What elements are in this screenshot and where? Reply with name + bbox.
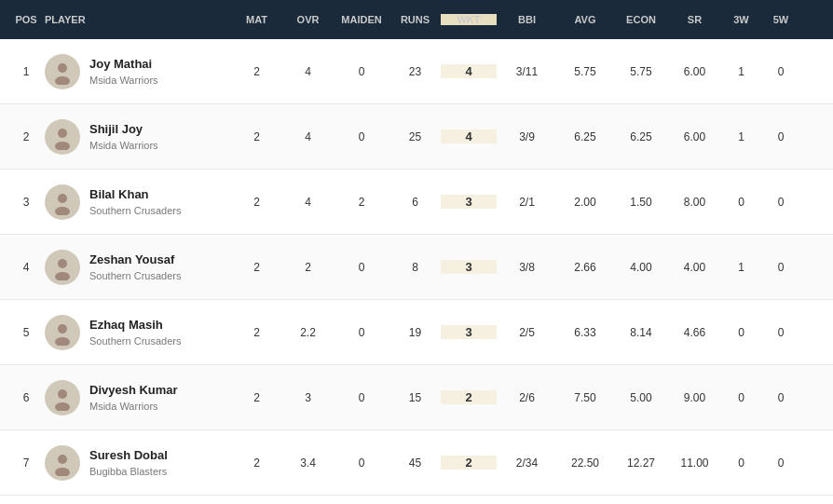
svg-point-13	[55, 468, 70, 476]
cell-player: Ezhaq Masih Southern Crusaders	[45, 315, 231, 350]
cell-wkt: 2	[441, 390, 497, 404]
cell-wkt: 4	[441, 129, 497, 143]
cell-pos: 1	[7, 65, 45, 78]
cell-bbi: 3/11	[497, 65, 557, 78]
player-name: Shijil Joy	[89, 122, 158, 138]
player-team: Msida Warriors	[89, 401, 178, 412]
cell-maiden: 0	[334, 65, 389, 78]
cell-mat: 2	[231, 65, 282, 78]
cell-sr: 8.00	[669, 196, 720, 209]
cell-5w: 0	[762, 261, 799, 274]
cell-avg: 6.33	[557, 326, 613, 339]
cell-sr: 4.66	[669, 326, 720, 339]
cell-pos: 5	[7, 326, 45, 339]
cell-runs: 6	[389, 196, 441, 209]
table-body: 1 Joy Mathai Msida Warriors 2 4 0 23 4 3…	[0, 39, 833, 496]
cell-avg: 22.50	[557, 456, 613, 470]
avatar	[45, 315, 80, 350]
avatar	[45, 250, 80, 285]
player-name: Divyesh Kumar	[89, 383, 178, 399]
cell-maiden: 0	[334, 391, 389, 404]
cell-ovr: 3	[282, 391, 334, 404]
cell-ovr: 2	[282, 261, 334, 274]
cell-maiden: 0	[334, 130, 389, 143]
cell-sr: 9.00	[669, 391, 720, 404]
header-bbi: BBI	[497, 14, 557, 25]
cell-3w: 0	[720, 391, 762, 404]
cell-bbi: 2/34	[497, 456, 557, 470]
avatar	[45, 119, 80, 155]
avatar	[45, 184, 80, 220]
cell-sr: 11.00	[669, 456, 720, 470]
cell-econ: 1.50	[613, 196, 669, 209]
cell-maiden: 2	[334, 196, 389, 209]
cell-3w: 1	[720, 65, 762, 78]
cell-player: Joy Mathai Msida Warriors	[45, 54, 231, 89]
cell-5w: 0	[762, 391, 799, 404]
cell-3w: 1	[720, 130, 762, 143]
table-row: 6 Divyesh Kumar Msida Warriors 2 3 0 15 …	[0, 365, 833, 430]
header-sr: SR	[669, 14, 720, 25]
svg-point-8	[58, 324, 67, 334]
cell-pos: 3	[7, 196, 45, 209]
svg-point-11	[55, 402, 70, 411]
player-team: Msida Warriors	[89, 75, 158, 86]
cell-runs: 23	[389, 65, 441, 78]
cell-5w: 0	[762, 196, 799, 209]
player-name: Zeshan Yousaf	[89, 252, 181, 268]
cell-runs: 45	[389, 456, 441, 470]
header-3w: 3W	[720, 14, 762, 25]
svg-point-6	[58, 259, 67, 268]
cell-5w: 0	[762, 65, 799, 78]
cell-econ: 12.27	[613, 456, 669, 470]
header-ovr: Ovr	[282, 14, 334, 25]
player-name: Suresh Dobal	[89, 448, 168, 464]
table-row: 3 Bilal Khan Southern Crusaders 2 4 2 6 …	[0, 170, 833, 235]
cell-player: Zeshan Yousaf Southern Crusaders	[45, 250, 231, 285]
table-row: 4 Zeshan Yousaf Southern Crusaders 2 2 0…	[0, 235, 833, 300]
cell-mat: 2	[231, 261, 282, 274]
svg-point-3	[55, 142, 70, 150]
cell-bbi: 2/6	[497, 391, 557, 404]
header-econ: Econ	[613, 14, 669, 25]
avatar	[45, 380, 80, 415]
player-name: Joy Mathai	[89, 57, 158, 73]
svg-point-7	[55, 272, 70, 280]
cell-runs: 8	[389, 261, 441, 274]
cell-econ: 4.00	[613, 261, 669, 274]
cell-runs: 19	[389, 326, 441, 339]
table-row: 5 Ezhaq Masih Southern Crusaders 2 2.2 0…	[0, 300, 833, 365]
header-runs: Runs	[389, 14, 441, 25]
cell-wkt: 4	[441, 64, 497, 78]
cell-pos: 2	[7, 130, 45, 143]
player-name: Bilal Khan	[89, 187, 181, 203]
header-5w: 5W	[762, 14, 799, 25]
cell-sr: 4.00	[669, 261, 720, 274]
svg-point-2	[58, 129, 67, 138]
cell-wkt: 3	[441, 260, 497, 274]
player-team: Msida Warriors	[89, 140, 158, 151]
cell-3w: 1	[720, 261, 762, 274]
cell-5w: 0	[762, 130, 799, 143]
cell-avg: 2.00	[557, 196, 613, 209]
cell-bbi: 3/8	[497, 261, 557, 274]
svg-point-9	[55, 337, 70, 346]
cell-avg: 2.66	[557, 261, 613, 274]
header-player: Player	[45, 14, 231, 25]
header-wkt: Wkt	[441, 14, 497, 25]
player-name: Ezhaq Masih	[89, 318, 181, 334]
header-maiden: Maiden	[334, 14, 389, 25]
cell-econ: 8.14	[613, 326, 669, 339]
cell-5w: 0	[762, 326, 799, 339]
cell-maiden: 0	[334, 456, 389, 470]
cell-bbi: 2/5	[497, 326, 557, 339]
cell-avg: 7.50	[557, 391, 613, 404]
table-row: 1 Joy Mathai Msida Warriors 2 4 0 23 4 3…	[0, 39, 833, 104]
player-team: Southern Crusaders	[89, 270, 181, 281]
cell-avg: 5.75	[557, 65, 613, 78]
cell-pos: 7	[7, 456, 45, 470]
cell-player: Shijil Joy Msida Warriors	[45, 119, 231, 155]
cell-ovr: 4	[282, 130, 334, 143]
svg-point-0	[58, 63, 67, 73]
table-row: 2 Shijil Joy Msida Warriors 2 4 0 25 4 3…	[0, 104, 833, 170]
